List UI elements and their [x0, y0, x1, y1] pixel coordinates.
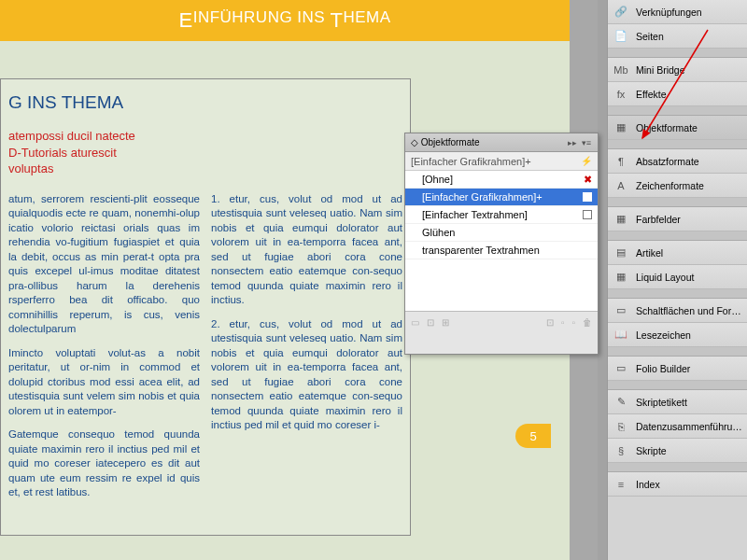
- section-title: G INS THEMA: [8, 92, 402, 113]
- panel-icon: A: [613, 178, 628, 193]
- style-item[interactable]: [Ohne]✖: [405, 171, 598, 189]
- sidebar-divider: [608, 289, 747, 299]
- trash-icon[interactable]: 🗑: [583, 317, 592, 328]
- page-header: EINFÜHRUNG INS THEMA: [0, 0, 570, 41]
- panel-icon: ⎘: [613, 419, 628, 434]
- panel-tab[interactable]: ◇ Objektformate ▸▸ ▾≡: [405, 133, 598, 152]
- sidebar-divider: [608, 106, 747, 116]
- panel-menu-icon[interactable]: ▾≡: [581, 137, 592, 148]
- sidebar-divider: [608, 231, 747, 241]
- panel-collapse-icon[interactable]: ▸▸: [567, 137, 578, 148]
- sidebar-divider: [608, 198, 747, 207]
- panel-icon: ▦: [613, 212, 628, 227]
- panel-icon: Mb: [613, 63, 628, 77]
- panel-style-dropdown[interactable]: [Einfacher Grafikrahmen]+ ⚡: [405, 152, 598, 171]
- panel-icon: 📄: [613, 29, 628, 44]
- sidebar-divider: [608, 140, 747, 149]
- sidebar-divider: [608, 49, 747, 58]
- intro-text: atempossi ducil natecteD-Tutorials ature…: [8, 128, 402, 177]
- panel-icon: ▦: [613, 120, 628, 135]
- sidebar-item-objektformate[interactable]: ▦Objektformate: [608, 116, 747, 140]
- panel-icon: ≡: [613, 477, 628, 492]
- text-frame[interactable]: G INS THEMA atempossi ducil natecteD-Tut…: [0, 78, 411, 536]
- sidebar-item-folio-builder[interactable]: ▭Folio Builder: [608, 357, 747, 381]
- sidebar-item-skripte[interactable]: §Skripte: [608, 439, 747, 463]
- panel-icon: ▭: [613, 303, 628, 318]
- sidebar-item-effekte[interactable]: fxEffekte: [608, 82, 747, 106]
- objektformate-panel[interactable]: ◇ Objektformate ▸▸ ▾≡ [Einfacher Grafikr…: [404, 133, 599, 355]
- sidebar-item-index[interactable]: ≡Index: [608, 472, 747, 497]
- sidebar-item-schaltfl-chen-und-for-[interactable]: ▭Schaltflächen und For…: [608, 299, 747, 323]
- panel-icon: ✎: [613, 395, 628, 410]
- panel-icon: 📖: [613, 328, 628, 343]
- sidebar-item-artikel[interactable]: ▤Artikel: [608, 241, 747, 265]
- panel-icon: ▭: [613, 361, 628, 376]
- panels-sidebar: 🔗Verknüpfungen📄SeitenMbMini BridgefxEffe…: [607, 0, 747, 560]
- sidebar-item-datenzusammenf-hru-[interactable]: ⎘Datenzusammenführu…: [608, 414, 747, 439]
- sidebar-divider: [608, 381, 747, 390]
- sidebar-item-skriptetikett[interactable]: ✎Skriptetikett: [608, 390, 747, 414]
- new-style-icon[interactable]: ▫: [561, 317, 565, 328]
- icon[interactable]: ⊡: [427, 317, 434, 328]
- panel-icon: §: [613, 443, 628, 458]
- sidebar-item-mini-bridge[interactable]: MbMini Bridge: [608, 58, 747, 82]
- sidebar-item-zeichenformate[interactable]: AZeichenformate: [608, 174, 747, 198]
- style-item[interactable]: [Einfacher Textrahmen]: [405, 206, 598, 224]
- icon[interactable]: ⊞: [442, 317, 449, 328]
- sidebar-item-lesezeichen[interactable]: 📖Lesezeichen: [608, 323, 747, 347]
- sidebar-item-liquid-layout[interactable]: ▦Liquid Layout: [608, 265, 747, 289]
- sidebar-divider: [608, 347, 747, 357]
- icon[interactable]: ⊡: [546, 317, 554, 328]
- body-columns: atum, serrorem rescienti-plit eosseque q…: [8, 192, 402, 500]
- sidebar-item-seiten[interactable]: 📄Seiten: [608, 24, 747, 49]
- panel-icon: ▦: [613, 270, 628, 285]
- panel-icon: ▤: [613, 245, 628, 260]
- sidebar-divider: [608, 463, 747, 472]
- sidebar-item-farbfelder[interactable]: ▦Farbfelder: [608, 207, 747, 231]
- page-number-badge: 5: [515, 424, 551, 448]
- style-item[interactable]: transparenter Textrahmen: [405, 242, 598, 259]
- sidebar-item-absatzformate[interactable]: ¶Absatzformate: [608, 149, 747, 174]
- clear-override-icon[interactable]: ▭: [411, 317, 419, 328]
- panel-icon: ¶: [613, 154, 628, 169]
- style-list: [Ohne]✖[Einfacher Grafikrahmen]+[Einfach…: [405, 171, 598, 311]
- panel-footer: ▭ ⊡ ⊞ ⊡ ▫ ▫ 🗑: [405, 311, 598, 333]
- quick-apply-icon[interactable]: ⚡: [581, 156, 592, 166]
- sidebar-item-verkn-pfungen[interactable]: 🔗Verknüpfungen: [608, 0, 747, 24]
- panel-icon: fx: [613, 87, 628, 102]
- panel-icon: 🔗: [613, 5, 628, 20]
- style-item[interactable]: [Einfacher Grafikrahmen]+: [405, 189, 598, 206]
- new-style-icon[interactable]: ▫: [571, 317, 575, 328]
- style-item[interactable]: Glühen: [405, 224, 598, 242]
